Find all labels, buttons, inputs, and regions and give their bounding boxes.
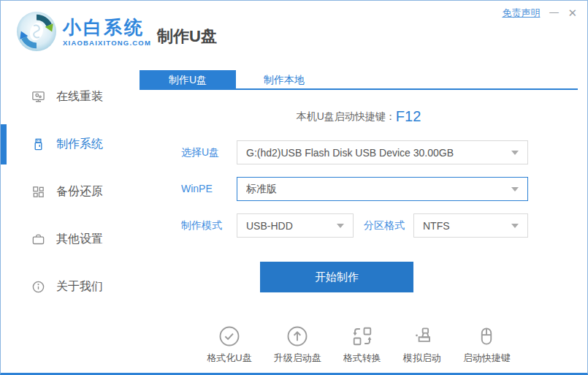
tab-make-usb[interactable]: 制作U盘 (140, 70, 236, 88)
tool-label: 模拟启动 (403, 352, 441, 365)
tool-label: 启动快捷键 (463, 352, 511, 365)
active-indicator-bar (1, 124, 7, 164)
boot-hotkey-value: F12 (396, 108, 421, 124)
usb-select-value: G:(hd2)USB Flash Disk USB Device 30.00GB (246, 147, 454, 159)
app-window: 小白系统 XIAOBAIXITONG.COM 制作U盘 免责声明 — ✕ 在线重… (0, 0, 588, 375)
tool-label: 升级启动盘 (274, 352, 321, 365)
boot-hotkey-label: 本机U盘启动快捷键： (297, 110, 396, 122)
sidebar: 在线重装 制作系统 备份还原 (1, 73, 140, 311)
winpe-select[interactable]: 标准版 (237, 177, 528, 201)
partition-select-value: NTFS (423, 220, 450, 232)
briefcase-icon (31, 232, 45, 246)
sidebar-item-label: 关于我们 (56, 279, 103, 295)
brand-text: 小白系统 XIAOBAIXITONG.COM (63, 17, 151, 47)
chevron-down-icon (511, 187, 519, 192)
winpe-select-label: WinPE (181, 177, 213, 201)
info-circle-icon (31, 280, 45, 294)
usb-drive-icon (31, 137, 45, 151)
partition-select-label: 分区格式 (364, 213, 405, 238)
start-make-button[interactable]: 开始制作 (260, 262, 413, 292)
close-icon[interactable]: ✕ (568, 7, 577, 20)
stamp-icon (411, 325, 433, 347)
chevron-down-icon (511, 224, 519, 228)
brand-swirl-icon (15, 10, 58, 53)
sidebar-item-other-settings[interactable]: 其他设置 (1, 216, 140, 263)
sidebar-item-label: 在线重装 (56, 89, 103, 105)
sidebar-item-backup-restore[interactable]: 备份还原 (1, 168, 140, 216)
sidebar-item-label: 其他设置 (56, 232, 103, 247)
monitor-icon (31, 90, 45, 104)
tool-format-convert[interactable]: 格式转换 (343, 325, 381, 365)
mode-select-label: 制作模式 (181, 213, 222, 238)
mode-select[interactable]: USB-HDD (237, 213, 354, 238)
minimize-icon[interactable]: — (549, 5, 559, 18)
app-logo: 小白系统 XIAOBAIXITONG.COM (15, 10, 151, 53)
sidebar-item-online-reinstall[interactable]: 在线重装 (1, 73, 140, 121)
brand-domain: XIAOBAIXITONG.COM (63, 39, 151, 47)
brand-name: 小白系统 (63, 17, 151, 37)
boot-hotkey-line: 本机U盘启动快捷键：F12 (140, 108, 578, 125)
usb-select-label: 选择U盘 (181, 140, 219, 164)
grid-blocks-icon (31, 185, 45, 199)
tool-format-usb[interactable]: 格式化U盘 (207, 325, 251, 365)
sidebar-item-make-system[interactable]: 制作系统 (1, 121, 140, 168)
sidebar-item-label: 备份还原 (56, 184, 103, 200)
tool-label: 格式化U盘 (207, 352, 251, 365)
format-convert-icon (351, 325, 373, 347)
sidebar-item-label: 制作系统 (56, 137, 103, 152)
tool-simulate-boot[interactable]: 模拟启动 (403, 325, 441, 365)
chevron-down-icon (337, 224, 344, 228)
mouse-icon (476, 325, 497, 347)
tool-upgrade-boot-disk[interactable]: 升级启动盘 (274, 325, 321, 365)
tool-label: 格式转换 (343, 352, 381, 365)
check-circle-icon (218, 325, 240, 347)
disclaimer-link[interactable]: 免责声明 (502, 7, 540, 20)
footer-toolbar: 格式化U盘 升级启动盘 格式转换 (140, 325, 578, 365)
tab-bar: 制作U盘 制作本地 (140, 70, 578, 90)
page-title: 制作U盘 (157, 26, 217, 48)
usb-select[interactable]: G:(hd2)USB Flash Disk USB Device 30.00GB (237, 140, 528, 164)
window-controls: 免责声明 — ✕ (502, 7, 577, 20)
winpe-select-value: 标准版 (246, 183, 277, 196)
tool-boot-hotkey[interactable]: 启动快捷键 (463, 325, 511, 365)
upgrade-arrow-circle-icon (286, 325, 308, 347)
tab-make-local[interactable]: 制作本地 (236, 70, 332, 88)
mode-select-value: USB-HDD (246, 220, 293, 232)
chevron-down-icon (511, 151, 519, 155)
partition-select[interactable]: NTFS (413, 213, 528, 238)
sidebar-item-about-us[interactable]: 关于我们 (1, 263, 140, 311)
